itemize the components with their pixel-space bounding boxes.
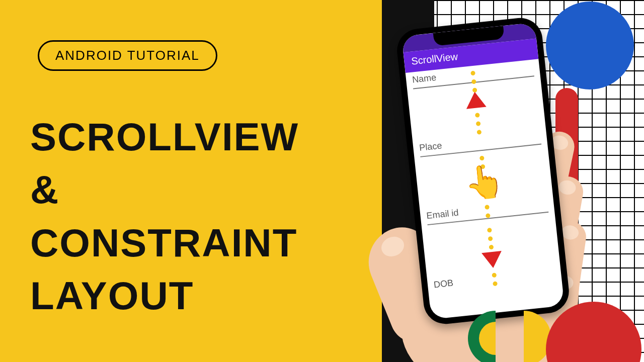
phone-mockup: ScrollView Name Place 👆 <box>395 16 571 326</box>
title-line-2: & <box>30 163 382 216</box>
form-area: Name Place 👆 Email id <box>406 59 562 294</box>
app-bar-title: ScrollView <box>411 51 458 67</box>
scroll-dots-bot1 <box>486 224 495 254</box>
field-label-name: Name <box>412 72 437 85</box>
field-label-dob: DOB <box>433 278 454 290</box>
phone-screen: ScrollView Name Place 👆 <box>401 23 565 320</box>
title-block: SCROLLVIEW & CONSTRAINT LAYOUT <box>30 111 382 322</box>
pointing-hand-icon: 👆 <box>462 164 506 200</box>
title-line-1: SCROLLVIEW <box>30 111 382 163</box>
blue-circle-shape <box>546 2 634 89</box>
badge-text: ANDROID TUTORIAL <box>55 48 200 63</box>
field-label-place: Place <box>419 140 442 153</box>
arrow-down-icon <box>481 251 503 269</box>
title-line-3: CONSTRAINT LAYOUT <box>30 217 382 323</box>
tutorial-badge: ANDROID TUTORIAL <box>38 40 217 71</box>
poster-panel: ANDROID TUTORIAL SCROLLVIEW & CONSTRAINT… <box>0 0 382 362</box>
arrow-up-icon <box>465 91 487 109</box>
field-label-email: Email id <box>426 208 459 222</box>
